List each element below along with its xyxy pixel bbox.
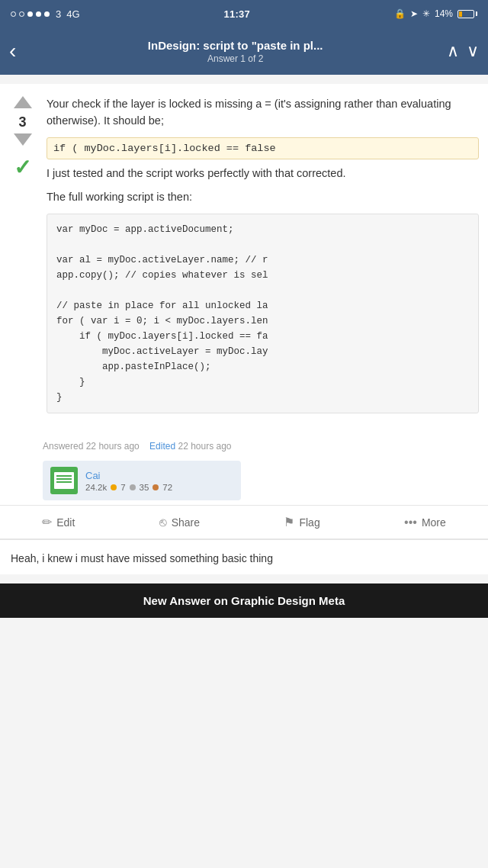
vote-down-button[interactable] (14, 133, 32, 146)
flag-icon: ⚑ (284, 515, 294, 529)
answer-container: 3 ✓ Your check if the layer is locked is… (0, 84, 488, 433)
bronze-badge-count: 72 (162, 483, 172, 492)
flag-button[interactable]: ⚑ Flag (284, 515, 319, 529)
code-block: var myDoc = app.activeDocument; var al =… (47, 214, 479, 413)
more-label: More (422, 516, 446, 529)
vote-count: 3 (18, 114, 26, 130)
answer-body: Your check if the layer is locked is mis… (47, 96, 479, 421)
signal-dot-1 (11, 11, 16, 17)
accepted-checkmark: ✓ (14, 155, 31, 180)
signal-dot-3 (27, 11, 33, 17)
bronze-badge-dot (152, 484, 159, 490)
silver-badge-dot (130, 484, 136, 490)
answer-paragraph-1: Your check if the layer is locked is mis… (47, 96, 479, 130)
nav-title: InDesign: script to "paste in pl... (24, 39, 447, 52)
edit-icon: ✏ (42, 515, 52, 529)
share-button[interactable]: ⎋ Share (159, 515, 200, 529)
nav-up-button[interactable]: ∧ (447, 41, 459, 61)
comment-text: Heah, i knew i must have missed somethin… (11, 551, 477, 567)
status-bar: 3 4G 11:37 🔒 ➤ ✳ 14% (0, 0, 488, 27)
signal-dot-4 (36, 11, 41, 17)
gold-badge-count: 7 (120, 483, 125, 492)
clock: 11:37 (223, 8, 250, 20)
nav-subtitle: Answer 1 of 2 (24, 53, 447, 64)
network-label: 4G (66, 8, 79, 20)
nav-arrows: ∧ ∨ (447, 41, 479, 61)
more-icon: ••• (404, 516, 417, 529)
edited-label: Edited (149, 441, 175, 452)
carrier-info: 3 4G (11, 8, 80, 20)
location-icon: ➤ (410, 8, 418, 19)
edited-time: 22 hours ago (178, 441, 231, 452)
avatar (50, 467, 78, 494)
status-right: 🔒 ➤ ✳ 14% (394, 8, 477, 19)
bottom-notification[interactable]: New Answer on Graphic Design Meta (0, 583, 488, 618)
rep-value: 24.2k (85, 483, 107, 492)
user-name[interactable]: Cai (85, 470, 172, 481)
share-label: Share (172, 516, 200, 529)
user-info: Cai 24.2k 7 35 72 (85, 470, 172, 492)
back-button[interactable]: ‹ (9, 39, 16, 63)
signal-dot-5 (44, 11, 50, 17)
signal-dot-2 (19, 11, 24, 17)
avatar-icon (54, 472, 74, 489)
user-card: Cai 24.2k 7 35 72 (43, 461, 241, 500)
answer-paragraph-3: The full working script is then: (47, 189, 479, 206)
answered-time: Answered 22 hours ago (43, 441, 140, 452)
user-reputation: 24.2k 7 35 72 (85, 483, 172, 492)
notification-text: New Answer on Graphic Design Meta (143, 594, 345, 607)
nav-title-area: InDesign: script to "paste in pl... Answ… (24, 39, 447, 64)
battery-icon (458, 10, 477, 18)
more-button[interactable]: ••• More (404, 515, 446, 529)
gold-badge-dot (111, 484, 117, 490)
answer-paragraph-2: I just tested and the script works perfe… (47, 166, 479, 182)
vote-up-button[interactable] (14, 96, 32, 108)
battery-percent: 14% (435, 8, 453, 19)
flag-label: Flag (299, 516, 319, 529)
lock-icon: 🔒 (394, 8, 406, 19)
answer-meta: Answered 22 hours ago Edited 22 hours ag… (0, 433, 488, 456)
action-bar: ✏ Edit ⎋ Share ⚑ Flag ••• More (0, 505, 488, 539)
silver-badge-count: 35 (140, 483, 149, 492)
edit-button[interactable]: ✏ Edit (42, 515, 75, 529)
edit-label: Edit (56, 516, 75, 529)
bluetooth-icon: ✳ (422, 8, 430, 19)
vote-section: 3 ✓ (9, 96, 36, 421)
nav-down-button[interactable]: ∨ (467, 41, 479, 61)
carrier-label: 3 (56, 8, 61, 20)
main-content: 3 ✓ Your check if the layer is locked is… (0, 84, 488, 574)
comment-section: Heah, i knew i must have missed somethin… (0, 539, 488, 574)
nav-bar: ‹ InDesign: script to "paste in pl... An… (0, 27, 488, 75)
inline-code-block: if ( myDoc.layers[i].locked == false (47, 137, 479, 159)
share-icon: ⎋ (159, 516, 167, 529)
